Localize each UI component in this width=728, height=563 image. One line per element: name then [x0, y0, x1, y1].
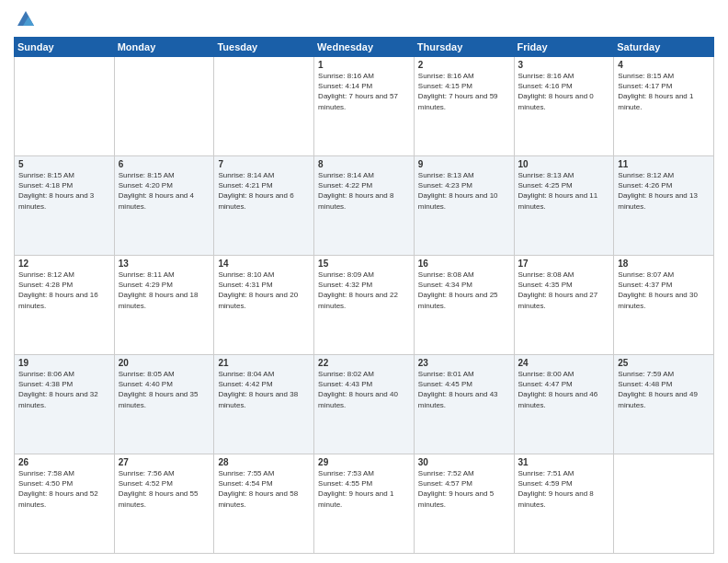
calendar-cell: 3Sunrise: 8:16 AMSunset: 4:16 PMDaylight… — [514, 57, 614, 156]
calendar-cell: 21Sunrise: 8:04 AMSunset: 4:42 PMDayligh… — [214, 355, 314, 454]
calendar-body: 1Sunrise: 8:16 AMSunset: 4:14 PMDaylight… — [15, 57, 714, 554]
day-info: Sunrise: 8:14 AMSunset: 4:21 PMDaylight:… — [218, 170, 310, 212]
day-number: 18 — [618, 259, 710, 269]
day-info: Sunrise: 7:53 AMSunset: 4:55 PMDaylight:… — [318, 468, 410, 510]
day-info: Sunrise: 8:12 AMSunset: 4:26 PMDaylight:… — [618, 170, 710, 212]
day-number: 1 — [318, 60, 410, 70]
day-info: Sunrise: 7:55 AMSunset: 4:54 PMDaylight:… — [218, 468, 310, 510]
weekday-header-saturday: Saturday — [614, 38, 714, 57]
day-number: 2 — [418, 60, 510, 70]
calendar-cell: 20Sunrise: 8:05 AMSunset: 4:40 PMDayligh… — [114, 355, 214, 454]
calendar-week-1: 1Sunrise: 8:16 AMSunset: 4:14 PMDaylight… — [15, 57, 714, 156]
day-info: Sunrise: 7:58 AMSunset: 4:50 PMDaylight:… — [18, 468, 110, 510]
day-info: Sunrise: 8:16 AMSunset: 4:16 PMDaylight:… — [518, 71, 610, 112]
day-number: 31 — [518, 457, 610, 467]
day-info: Sunrise: 8:15 AMSunset: 4:18 PMDaylight:… — [18, 170, 110, 212]
calendar-cell: 7Sunrise: 8:14 AMSunset: 4:21 PMDaylight… — [214, 156, 314, 256]
day-number: 21 — [218, 358, 310, 368]
weekday-header-wednesday: Wednesday — [314, 38, 415, 57]
day-number: 3 — [518, 60, 610, 70]
calendar-cell: 24Sunrise: 8:00 AMSunset: 4:47 PMDayligh… — [514, 355, 614, 454]
calendar-cell: 18Sunrise: 8:07 AMSunset: 4:37 PMDayligh… — [614, 256, 714, 355]
logo — [14, 9, 36, 29]
calendar-cell: 13Sunrise: 8:11 AMSunset: 4:29 PMDayligh… — [114, 256, 214, 355]
calendar-cell: 11Sunrise: 8:12 AMSunset: 4:26 PMDayligh… — [614, 156, 714, 256]
calendar-cell: 31Sunrise: 7:51 AMSunset: 4:59 PMDayligh… — [514, 454, 614, 554]
calendar-cell: 28Sunrise: 7:55 AMSunset: 4:54 PMDayligh… — [214, 454, 314, 554]
day-number: 6 — [119, 159, 210, 169]
day-number: 29 — [318, 457, 410, 467]
weekday-header-monday: Monday — [114, 38, 214, 57]
day-number: 11 — [618, 159, 710, 169]
weekday-header-tuesday: Tuesday — [214, 38, 314, 57]
day-info: Sunrise: 8:16 AMSunset: 4:14 PMDaylight:… — [318, 71, 410, 112]
calendar-cell: 25Sunrise: 7:59 AMSunset: 4:48 PMDayligh… — [614, 355, 714, 454]
header — [14, 9, 714, 29]
calendar-cell: 17Sunrise: 8:08 AMSunset: 4:35 PMDayligh… — [514, 256, 614, 355]
page: SundayMondayTuesdayWednesdayThursdayFrid… — [0, 0, 728, 563]
day-number: 16 — [418, 259, 510, 269]
calendar-week-3: 12Sunrise: 8:12 AMSunset: 4:28 PMDayligh… — [15, 256, 714, 355]
day-number: 25 — [618, 358, 710, 368]
calendar-cell: 6Sunrise: 8:15 AMSunset: 4:20 PMDaylight… — [114, 156, 214, 256]
calendar-header: SundayMondayTuesdayWednesdayThursdayFrid… — [15, 38, 714, 57]
day-number: 7 — [218, 159, 310, 169]
day-info: Sunrise: 8:13 AMSunset: 4:23 PMDaylight:… — [418, 170, 510, 212]
calendar-cell: 26Sunrise: 7:58 AMSunset: 4:50 PMDayligh… — [15, 454, 115, 554]
day-number: 19 — [18, 358, 110, 368]
day-info: Sunrise: 7:52 AMSunset: 4:57 PMDaylight:… — [418, 468, 510, 510]
calendar-cell: 27Sunrise: 7:56 AMSunset: 4:52 PMDayligh… — [114, 454, 214, 554]
calendar-cell: 4Sunrise: 8:15 AMSunset: 4:17 PMDaylight… — [614, 57, 714, 156]
calendar-cell: 10Sunrise: 8:13 AMSunset: 4:25 PMDayligh… — [514, 156, 614, 256]
calendar-cell: 8Sunrise: 8:14 AMSunset: 4:22 PMDaylight… — [314, 156, 415, 256]
day-info: Sunrise: 8:09 AMSunset: 4:32 PMDaylight:… — [318, 270, 410, 311]
day-info: Sunrise: 8:01 AMSunset: 4:45 PMDaylight:… — [418, 369, 510, 410]
calendar-cell: 29Sunrise: 7:53 AMSunset: 4:55 PMDayligh… — [314, 454, 415, 554]
day-number: 8 — [318, 159, 410, 169]
day-number: 10 — [518, 159, 610, 169]
calendar-cell: 30Sunrise: 7:52 AMSunset: 4:57 PMDayligh… — [414, 454, 514, 554]
calendar-cell: 14Sunrise: 8:10 AMSunset: 4:31 PMDayligh… — [214, 256, 314, 355]
calendar-week-2: 5Sunrise: 8:15 AMSunset: 4:18 PMDaylight… — [15, 156, 714, 256]
day-number: 15 — [318, 259, 410, 269]
day-info: Sunrise: 8:04 AMSunset: 4:42 PMDaylight:… — [218, 369, 310, 410]
day-number: 5 — [18, 159, 110, 169]
calendar-cell — [15, 57, 115, 156]
calendar-cell — [614, 454, 714, 554]
calendar-cell: 9Sunrise: 8:13 AMSunset: 4:23 PMDaylight… — [414, 156, 514, 256]
day-info: Sunrise: 8:11 AMSunset: 4:29 PMDaylight:… — [119, 270, 210, 311]
calendar-week-5: 26Sunrise: 7:58 AMSunset: 4:50 PMDayligh… — [15, 454, 714, 554]
calendar-cell: 19Sunrise: 8:06 AMSunset: 4:38 PMDayligh… — [15, 355, 115, 454]
day-number: 27 — [119, 457, 210, 467]
day-number: 20 — [119, 358, 210, 368]
day-number: 23 — [418, 358, 510, 368]
day-number: 9 — [418, 159, 510, 169]
day-info: Sunrise: 8:06 AMSunset: 4:38 PMDaylight:… — [18, 369, 110, 410]
weekday-header-thursday: Thursday — [414, 38, 514, 57]
day-info: Sunrise: 8:00 AMSunset: 4:47 PMDaylight:… — [518, 369, 610, 410]
day-info: Sunrise: 8:13 AMSunset: 4:25 PMDaylight:… — [518, 170, 610, 212]
calendar-cell — [114, 57, 214, 156]
day-number: 4 — [618, 60, 710, 70]
day-info: Sunrise: 7:51 AMSunset: 4:59 PMDaylight:… — [518, 468, 610, 510]
weekday-header-row: SundayMondayTuesdayWednesdayThursdayFrid… — [15, 38, 714, 57]
day-info: Sunrise: 8:07 AMSunset: 4:37 PMDaylight:… — [618, 270, 710, 311]
day-info: Sunrise: 8:08 AMSunset: 4:35 PMDaylight:… — [518, 270, 610, 311]
calendar-cell: 1Sunrise: 8:16 AMSunset: 4:14 PMDaylight… — [314, 57, 415, 156]
calendar-cell: 12Sunrise: 8:12 AMSunset: 4:28 PMDayligh… — [15, 256, 115, 355]
day-number: 13 — [119, 259, 210, 269]
day-number: 17 — [518, 259, 610, 269]
day-info: Sunrise: 8:14 AMSunset: 4:22 PMDaylight:… — [318, 170, 410, 212]
day-number: 12 — [18, 259, 110, 269]
day-info: Sunrise: 7:56 AMSunset: 4:52 PMDaylight:… — [119, 468, 210, 510]
day-number: 28 — [218, 457, 310, 467]
day-number: 26 — [18, 457, 110, 467]
day-info: Sunrise: 8:05 AMSunset: 4:40 PMDaylight:… — [119, 369, 210, 410]
calendar-cell — [214, 57, 314, 156]
weekday-header-friday: Friday — [514, 38, 614, 57]
calendar-week-4: 19Sunrise: 8:06 AMSunset: 4:38 PMDayligh… — [15, 355, 714, 454]
calendar-cell: 2Sunrise: 8:16 AMSunset: 4:15 PMDaylight… — [414, 57, 514, 156]
day-info: Sunrise: 8:16 AMSunset: 4:15 PMDaylight:… — [418, 71, 510, 112]
day-info: Sunrise: 8:12 AMSunset: 4:28 PMDaylight:… — [18, 270, 110, 311]
calendar-cell: 22Sunrise: 8:02 AMSunset: 4:43 PMDayligh… — [314, 355, 415, 454]
